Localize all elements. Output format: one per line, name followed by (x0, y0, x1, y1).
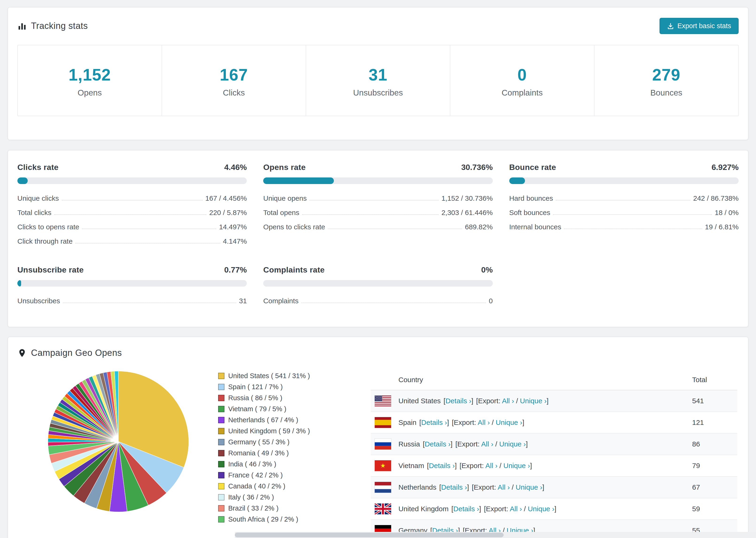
vn-flag-icon (374, 460, 391, 471)
geo-table: Country Total United States[Details ›][E… (371, 369, 737, 538)
details-group: [Details ›] (423, 440, 453, 448)
dotted-leader (54, 214, 206, 215)
export-unique-link[interactable]: Unique › (528, 505, 554, 512)
dotted-leader (302, 214, 439, 215)
legend-item: Italy ( 36 / 2% ) (218, 493, 331, 501)
legend-label: Romania ( 49 / 3% ) (228, 449, 289, 457)
details-link[interactable]: Details › (425, 440, 451, 448)
legend-item: Germany ( 55 / 3% ) (218, 438, 331, 446)
geo-table-body: United States[Details ›][Export: All › /… (371, 390, 737, 538)
rate-row-value: 14.497% (219, 223, 247, 231)
dotted-leader (82, 229, 216, 229)
rate-header: Opens rate30.736% (263, 163, 493, 172)
legend-label: Netherlands ( 67 / 4% ) (228, 416, 298, 424)
rate-title: Complaints rate (263, 265, 324, 274)
export-all-link[interactable]: All › (485, 462, 498, 469)
rate-row: Soft bounces18 / 0% (509, 205, 739, 220)
export-all-link[interactable]: All › (498, 483, 510, 491)
export-group: [Export: All › / Unique ›] (452, 418, 524, 426)
rate-row-value: 242 / 86.738% (693, 194, 739, 202)
gb-flag-icon (374, 503, 391, 514)
geo-table-row: United Kingdom[Details ›][Export: All › … (371, 498, 737, 520)
legend-item: Russia ( 86 / 5% ) (218, 394, 331, 402)
export-unique-link[interactable]: Unique › (503, 462, 530, 469)
export-basic-stats-button[interactable]: Export basic stats (660, 18, 739, 34)
rate-row: Click through rate4.147% (17, 234, 247, 248)
dotted-leader (553, 214, 712, 215)
rate-row-label: Unique clicks (17, 194, 59, 202)
dotted-leader (301, 302, 486, 303)
country-cell: Vietnam[Details ›][Export: All › / Uniqu… (399, 462, 692, 470)
stat-cell-complaints: 0Complaints (450, 45, 594, 116)
export-all-link[interactable]: All › (510, 505, 522, 512)
legend-item: Spain ( 121 / 7% ) (218, 383, 331, 391)
progress-bar-track (263, 178, 493, 184)
slash-separator: / (510, 483, 515, 491)
rate-header: Unsubscribe rate0.77% (17, 265, 247, 274)
country-cell: United States[Details ›][Export: All › /… (399, 397, 692, 405)
geo-title: Campaign Geo Opens (17, 348, 122, 358)
us-flag-icon (374, 395, 391, 406)
details-link[interactable]: Details › (429, 462, 455, 469)
country-name: Netherlands (399, 483, 436, 491)
legend-item: Romania ( 49 / 3% ) (218, 449, 331, 457)
ru-flag-icon (374, 439, 391, 450)
country-cell: Netherlands[Details ›][Export: All › / U… (399, 483, 692, 491)
legend-swatch (218, 516, 225, 522)
rate-title: Opens rate (263, 163, 306, 172)
rates-grid: Clicks rate4.46%Unique clicks167 / 4.456… (17, 163, 739, 308)
horizontal-scrollbar-track[interactable] (235, 532, 756, 538)
progress-bar-fill (17, 280, 21, 287)
rate-title: Bounce rate (509, 163, 556, 172)
details-link[interactable]: Details › (453, 505, 479, 512)
progress-bar-fill (509, 178, 525, 184)
legend-label: France ( 42 / 2% ) (228, 471, 283, 479)
details-group: [Details ›] (427, 462, 457, 469)
progress-bar-track (509, 178, 739, 184)
rate-row-value: 167 / 4.456% (205, 194, 247, 202)
rate-row: Unique opens1,152 / 30.736% (263, 191, 493, 205)
legend-label: United Kingdom ( 59 / 3% ) (228, 427, 310, 435)
legend-label: Spain ( 121 / 7% ) (228, 383, 283, 391)
country-total: 86 (692, 440, 737, 448)
dashboard-page: Tracking stats Export basic stats 1,152O… (0, 0, 756, 538)
legend-item: Brazil ( 33 / 2% ) (218, 505, 331, 512)
dotted-leader (556, 200, 690, 200)
country-name: Vietnam (399, 462, 424, 469)
details-link[interactable]: Details › (445, 397, 471, 405)
geo-table-row: Netherlands[Details ›][Export: All › / U… (371, 477, 737, 498)
rate-row: Opens to clicks rate689.82% (263, 220, 493, 234)
rate-title: Clicks rate (17, 163, 58, 172)
es-flag-icon (374, 417, 391, 428)
stat-value: 0 (450, 66, 594, 84)
details-link[interactable]: Details › (441, 483, 467, 491)
rate-row-value: 19 / 6.81% (705, 223, 739, 231)
rate-row: Unsubscribes31 (17, 294, 247, 308)
dotted-leader (62, 200, 203, 200)
tracking-stats-title: Tracking stats (17, 21, 88, 31)
legend-swatch (218, 461, 225, 467)
stat-cell-unsubscribes: 31Unsubscribes (306, 45, 450, 116)
rate-block-clicks-rate: Clicks rate4.46%Unique clicks167 / 4.456… (17, 163, 247, 248)
legend-label: Brazil ( 33 / 2% ) (228, 505, 279, 512)
slash-separator: / (514, 397, 520, 405)
rate-row: Total clicks220 / 5.87% (17, 205, 247, 220)
export-all-link[interactable]: All › (478, 418, 490, 426)
geo-table-row: Russia[Details ›][Export: All › / Unique… (371, 434, 737, 455)
progress-bar-track (263, 280, 493, 287)
export-all-link[interactable]: All › (502, 397, 514, 405)
export-all-link[interactable]: All › (481, 440, 494, 448)
rate-block-complaints-rate: Complaints rate0%Complaints0 (263, 265, 493, 308)
rate-row-value: 31 (239, 297, 247, 305)
progress-bar-track (17, 178, 247, 184)
export-unique-link[interactable]: Unique › (496, 418, 522, 426)
details-link[interactable]: Details › (421, 418, 447, 426)
export-unique-link[interactable]: Unique › (520, 397, 547, 405)
export-unique-link[interactable]: Unique › (515, 483, 542, 491)
rates-card: Clicks rate4.46%Unique clicks167 / 4.456… (8, 150, 748, 327)
geo-table-row: Vietnam[Details ›][Export: All › / Uniqu… (371, 455, 737, 477)
horizontal-scrollbar-thumb[interactable] (235, 533, 504, 537)
rate-row-label: Internal bounces (509, 223, 561, 231)
export-unique-link[interactable]: Unique › (499, 440, 526, 448)
stat-value: 167 (162, 66, 306, 84)
